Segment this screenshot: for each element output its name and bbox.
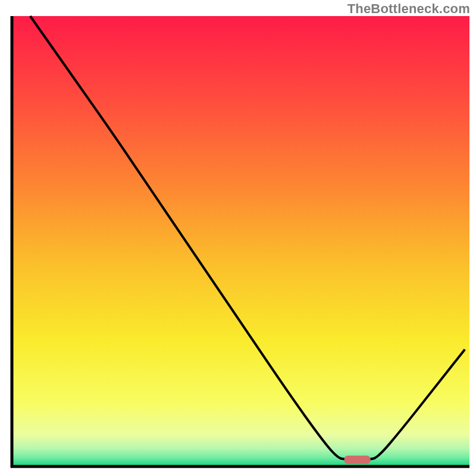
optimal-marker <box>345 456 371 464</box>
plot-background <box>12 16 469 466</box>
chart-container: { "watermark": "TheBottleneck.com", "cha… <box>0 0 476 476</box>
bottleneck-chart <box>0 0 476 476</box>
watermark-text: TheBottleneck.com <box>347 1 470 17</box>
